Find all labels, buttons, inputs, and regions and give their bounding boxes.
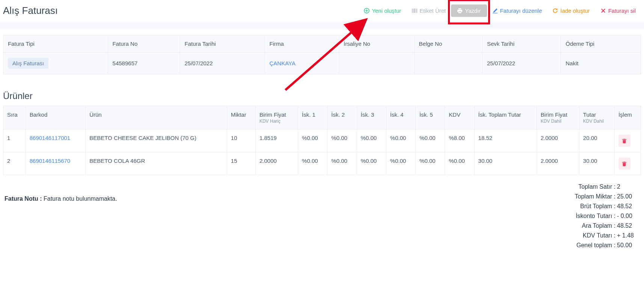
barcode-link[interactable]: 8690146115670: [30, 158, 70, 164]
cell-isk-toplam: 30.00: [474, 152, 537, 175]
col-isk5: İsk. 5: [416, 106, 445, 129]
waybill-value: [339, 53, 414, 74]
col-isk4: İsk. 4: [386, 106, 415, 129]
total-value: 25.00: [617, 193, 639, 200]
note-label: Fatura Notu :: [5, 195, 44, 202]
cell-tutar: 30.00: [579, 152, 614, 175]
total-row: Brüt Toplam :48.52: [555, 201, 639, 211]
cell-isk5: %0.00: [416, 129, 445, 152]
col-firm: Firma: [265, 35, 339, 53]
col-barkod: Barkod: [26, 106, 85, 129]
col-birim-dahil: Birim FiyatKDV Dahil: [537, 106, 579, 129]
new-button[interactable]: Yeni oluştur: [359, 5, 406, 17]
col-isk-toplam: İsk. Toplam Tutar: [474, 106, 537, 129]
col-isk1: İsk. 1: [298, 106, 327, 129]
total-label: İskonto Tutarı :: [555, 213, 615, 219]
close-icon: [600, 8, 606, 14]
col-payment: Ödeme Tipi: [561, 35, 641, 53]
cell-miktar: 15: [227, 152, 255, 175]
table-row: 28690146115670BEBETO COLA 46GR152.0000%0…: [3, 152, 641, 175]
cell-miktar: 10: [227, 129, 255, 152]
col-invoice-type: Fatura Tipi: [3, 35, 108, 53]
col-ship: Sevk Tarihi: [482, 35, 561, 53]
invoice-date-value: 25/07/2022: [180, 53, 265, 74]
col-miktar: Miktar: [227, 106, 255, 129]
cell-urun: BEBETO CHEESE CAKE JELIBON (70 G): [86, 129, 227, 152]
invoice-note: Fatura Notu : Fatura notu bulunmamakta.: [5, 182, 117, 202]
cell-sira: 2: [3, 152, 26, 175]
total-value: + 1.48: [617, 232, 639, 239]
col-kdv: KDV: [445, 106, 474, 129]
table-row: 18690146117001BEBETO CHEESE CAKE JELIBON…: [3, 129, 641, 152]
cell-birim-dahil: 2.0000: [537, 152, 579, 175]
barcode-link[interactable]: 8690146117001: [30, 135, 70, 141]
products-title: Ürünler: [3, 91, 641, 101]
delete-row-button[interactable]: [618, 158, 630, 170]
col-waybill: İrsaliye No: [339, 35, 414, 53]
action-buttons: Yeni oluştur Etiket Üret Yazdır Faturayı…: [359, 5, 641, 17]
total-value: - 0.00: [617, 213, 639, 219]
print-icon: [457, 8, 463, 14]
footer: Fatura Notu : Fatura notu bulunmamakta. …: [3, 182, 641, 250]
total-row: Toplam Satır :2: [555, 182, 639, 192]
delete-button-label: Faturayı sil: [608, 8, 636, 14]
col-urun: Ürün: [86, 106, 227, 129]
total-label: Genel toplam :: [555, 242, 615, 249]
totals: Toplam Satır :2Toplam Miktar :25.00Brüt …: [555, 182, 639, 250]
col-doc: Belge No: [414, 35, 482, 53]
firm-link[interactable]: ÇANKAYA: [270, 60, 296, 66]
cell-isk5: %0.00: [416, 152, 445, 175]
total-row: Genel toplam :50.00: [555, 240, 639, 250]
label-button[interactable]: Etiket Üret: [406, 5, 451, 17]
cell-isk3: %0.00: [357, 152, 386, 175]
return-button[interactable]: İade oluştur: [547, 5, 595, 17]
cell-isk2: %0.00: [327, 129, 357, 152]
cell-isk1: %0.00: [298, 129, 327, 152]
col-sira: Sıra: [3, 106, 26, 129]
delete-row-button[interactable]: [618, 135, 630, 147]
invoice-info-table: Fatura Tipi Fatura No Fatura Tarihi Firm…: [3, 35, 641, 74]
info-row: Alış Faturası 54589657 25/07/2022 ÇANKAY…: [3, 53, 641, 74]
cell-isk3: %0.00: [357, 129, 386, 152]
col-tutar: TutarKDV Dahil: [579, 106, 614, 129]
col-invoice-no: Fatura No: [108, 35, 180, 53]
total-label: Toplam Satır :: [555, 183, 615, 190]
total-label: Ara Toplam :: [555, 222, 615, 229]
edit-icon: [492, 8, 498, 14]
col-islem: İşlem: [614, 106, 641, 129]
new-button-label: Yeni oluştur: [372, 8, 401, 14]
cell-kdv: %8.00: [445, 129, 474, 152]
delete-button[interactable]: Faturayı sil: [595, 5, 641, 17]
edit-button-label: Faturayı düzenle: [500, 8, 542, 14]
invoice-no-value: 54589657: [108, 53, 180, 74]
total-value: 48.52: [617, 222, 639, 229]
refresh-icon: [552, 8, 558, 14]
print-button-label: Yazdır: [465, 8, 481, 14]
edit-button[interactable]: Faturayı düzenle: [487, 5, 547, 17]
return-button-label: İade oluştur: [560, 8, 590, 14]
plus-circle-icon: [364, 8, 370, 14]
doc-value: [414, 53, 482, 74]
total-row: Toplam Miktar :25.00: [555, 192, 639, 201]
col-isk2: İsk. 2: [327, 106, 357, 129]
cell-urun: BEBETO COLA 46GR: [86, 152, 227, 175]
payment-value: Nakit: [561, 53, 641, 74]
total-label: Brüt Toplam :: [555, 203, 615, 210]
cell-birim-fiyat: 2.0000: [255, 152, 298, 175]
total-row: KDV Tutarı :+ 1.48: [555, 231, 639, 240]
trash-icon: [621, 161, 627, 167]
total-value: 48.52: [617, 203, 639, 210]
total-row: İskonto Tutarı :- 0.00: [555, 211, 639, 221]
total-label: KDV Tutarı :: [555, 232, 615, 239]
col-invoice-date: Fatura Tarihi: [180, 35, 265, 53]
cell-isk2: %0.00: [327, 152, 357, 175]
cell-kdv: %0.00: [445, 152, 474, 175]
invoice-type-badge: Alış Faturası: [8, 58, 48, 69]
ship-value: 25/07/2022: [482, 53, 561, 74]
label-button-label: Etiket Üret: [419, 8, 446, 14]
col-isk3: İsk. 3: [357, 106, 386, 129]
print-button[interactable]: Yazdır: [451, 5, 487, 17]
total-value: 50.00: [617, 242, 639, 249]
cell-birim-fiyat: 1.8519: [255, 129, 298, 152]
cell-isk4: %0.00: [386, 129, 415, 152]
